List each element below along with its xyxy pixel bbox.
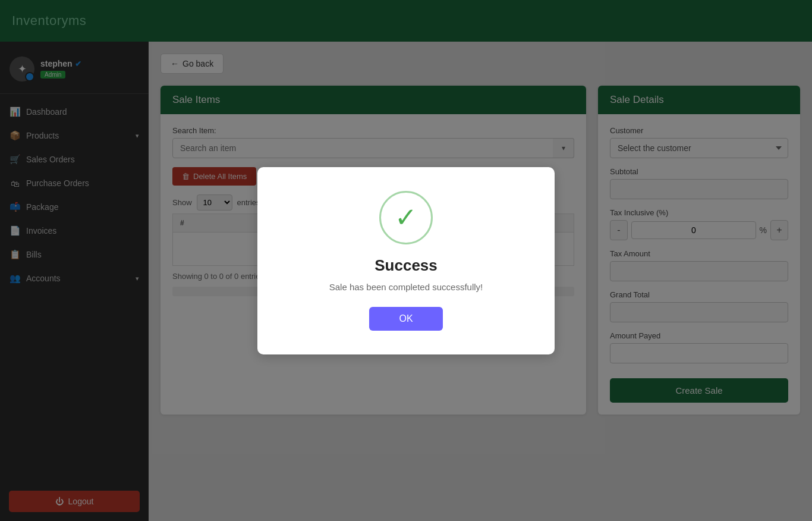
main-content: ← Go back Sale Items Search Item: ▾ <box>149 42 812 521</box>
modal-ok-button[interactable]: OK <box>369 307 442 331</box>
success-modal: ✓ Success Sale has been completed succes… <box>257 167 555 354</box>
modal-overlay: ✓ Success Sale has been completed succes… <box>149 42 812 521</box>
layout: ✦ stephen ✔ Admin 📊 Dashboard 📦 Products… <box>0 42 812 521</box>
checkmark-icon: ✓ <box>395 202 417 233</box>
success-icon-circle: ✓ <box>379 191 433 244</box>
modal-message: Sale has been completed successfully! <box>287 282 525 292</box>
modal-title: Success <box>287 256 525 275</box>
